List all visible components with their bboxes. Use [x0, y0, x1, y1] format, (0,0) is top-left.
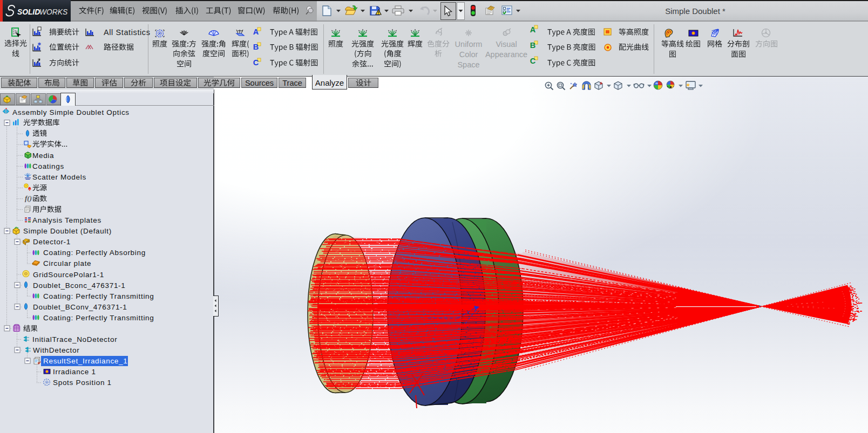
svg-text:WORKS: WORKS [39, 8, 68, 16]
svg-text:SOLID: SOLID [17, 8, 40, 16]
